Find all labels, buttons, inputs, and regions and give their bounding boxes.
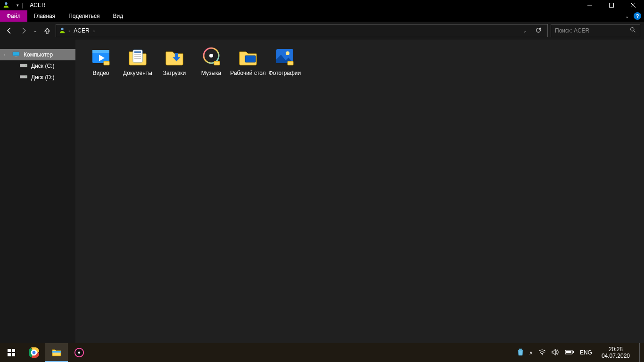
chevron-right-icon[interactable]: › <box>68 28 70 33</box>
sidebar-item-computer[interactable]: › Компьютер <box>0 49 75 60</box>
svg-rect-32 <box>8 349 11 352</box>
start-button[interactable] <box>0 343 23 362</box>
recent-locations-button[interactable]: ⌄ <box>32 25 39 36</box>
tab-file[interactable]: Файл <box>0 10 27 22</box>
svg-point-40 <box>32 351 36 354</box>
ribbon-expand-icon[interactable]: ⌄ <box>625 14 629 19</box>
folder-label: Видео <box>92 70 109 76</box>
folder-label: Фотографии <box>269 70 301 76</box>
tray-wifi-icon[interactable] <box>538 349 546 357</box>
user-icon <box>3 1 9 9</box>
taskbar-app-groove[interactable] <box>68 343 91 362</box>
svg-rect-15 <box>92 50 109 53</box>
svg-point-46 <box>542 354 543 355</box>
tab-share[interactable]: Поделиться <box>62 10 106 22</box>
explorer-window: | ▾ | ACER Файл Главная Поделиться Вид ⌄… <box>0 0 644 343</box>
folder-pictures[interactable]: Фотографии <box>267 45 303 76</box>
tray-clock[interactable]: 20:28 04.07.2020 <box>598 346 634 359</box>
explorer-body: › Компьютер Диск (C:) Диск (D:) <box>0 40 644 343</box>
search-placeholder: Поиск: ACER <box>555 27 630 34</box>
svg-point-6 <box>631 28 634 31</box>
tray-volume-icon[interactable] <box>552 349 559 357</box>
svg-point-13 <box>25 76 26 77</box>
svg-rect-35 <box>12 353 15 356</box>
show-desktop-button[interactable] <box>639 343 642 362</box>
svg-point-30 <box>286 51 289 55</box>
svg-rect-48 <box>573 351 574 353</box>
videos-icon <box>90 45 112 68</box>
navigation-bar: ⌄ › ACER › ⌄ Поиск: ACER <box>0 22 644 40</box>
tab-home[interactable]: Главная <box>27 10 62 22</box>
user-folder-icon <box>59 27 66 35</box>
navigation-pane: › Компьютер Диск (C:) Диск (D:) <box>0 40 75 343</box>
help-button[interactable]: ? <box>634 12 641 20</box>
tray-battery-icon[interactable] <box>565 349 574 356</box>
drive-icon <box>20 63 27 70</box>
search-input[interactable]: Поиск: ACER <box>551 24 640 37</box>
search-icon <box>630 27 636 34</box>
up-button[interactable] <box>41 25 53 36</box>
sidebar-item-label: Диск (D:) <box>31 74 54 81</box>
music-icon <box>200 45 223 68</box>
breadcrumb-item[interactable]: ACER <box>73 27 90 34</box>
computer-icon <box>12 51 20 58</box>
address-dropdown-icon[interactable]: ⌄ <box>520 28 529 33</box>
tray-time: 20:28 <box>602 346 630 353</box>
sidebar-item-label: Диск (C:) <box>31 63 54 69</box>
documents-icon <box>126 45 149 68</box>
folder-music[interactable]: Музыка <box>193 45 229 76</box>
svg-rect-2 <box>610 3 614 8</box>
back-button[interactable] <box>4 25 15 36</box>
svg-rect-31 <box>288 61 293 65</box>
taskbar-app-chrome[interactable] <box>23 343 45 362</box>
folder-desktop[interactable]: Рабочий стол <box>230 45 266 76</box>
svg-line-7 <box>634 31 635 32</box>
svg-point-11 <box>25 65 26 66</box>
svg-rect-9 <box>15 56 17 57</box>
window-title: ACER <box>30 2 45 8</box>
address-bar[interactable]: › ACER › ⌄ <box>56 24 548 37</box>
svg-rect-33 <box>12 349 15 352</box>
svg-rect-19 <box>134 51 141 53</box>
forward-button[interactable] <box>18 25 29 36</box>
minimize-button[interactable] <box>579 0 601 10</box>
svg-rect-49 <box>566 351 571 353</box>
svg-rect-34 <box>8 353 11 356</box>
maximize-button[interactable] <box>601 0 622 10</box>
qat-dropdown-icon[interactable]: ▾ <box>17 3 19 8</box>
folder-videos[interactable]: Видео <box>83 45 119 76</box>
svg-rect-17 <box>104 61 109 65</box>
tray-chevron-up-icon[interactable]: ʌ <box>529 350 533 356</box>
titlebar: | ▾ | ACER <box>0 0 644 10</box>
file-list[interactable]: Видео Документы <box>75 40 644 343</box>
folder-downloads[interactable]: Загрузки <box>157 45 192 76</box>
tray-recycle-icon[interactable] <box>517 348 524 357</box>
folder-label: Музыка <box>201 70 221 76</box>
svg-point-5 <box>61 27 63 30</box>
tray-language[interactable]: ENG <box>580 349 592 356</box>
desktop-icon <box>237 45 259 68</box>
svg-point-0 <box>5 2 7 4</box>
drive-icon <box>20 74 27 81</box>
close-button[interactable] <box>622 0 644 10</box>
sidebar-item-drive-c[interactable]: Диск (C:) <box>0 60 75 72</box>
refresh-button[interactable] <box>532 27 545 35</box>
folder-label: Загрузки <box>163 70 186 76</box>
sidebar-item-drive-d[interactable]: Диск (D:) <box>0 72 75 83</box>
chevron-right-icon[interactable]: › <box>4 52 8 57</box>
svg-point-44 <box>78 352 81 354</box>
svg-rect-26 <box>214 61 220 65</box>
svg-point-25 <box>209 54 213 58</box>
svg-rect-45 <box>519 349 522 350</box>
tab-view[interactable]: Вид <box>106 10 130 22</box>
system-tray: ʌ ENG 20:28 04.07.2020 <box>517 343 644 362</box>
svg-rect-27 <box>245 56 256 62</box>
folder-label: Рабочий стол <box>230 70 265 76</box>
qat-separator: | <box>12 2 14 8</box>
taskbar-app-explorer[interactable] <box>45 343 68 362</box>
downloads-icon <box>163 45 186 68</box>
chevron-right-icon[interactable]: › <box>93 28 95 33</box>
pictures-icon <box>273 45 296 68</box>
svg-rect-8 <box>13 52 19 56</box>
folder-documents[interactable]: Документы <box>120 45 156 76</box>
